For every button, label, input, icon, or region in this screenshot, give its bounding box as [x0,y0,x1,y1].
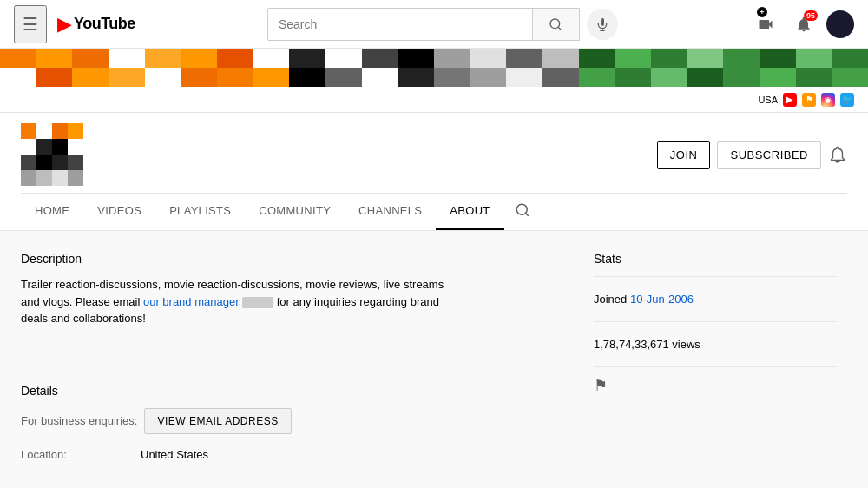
search-input[interactable] [268,9,532,40]
stats-divider-2 [594,321,837,322]
channel-tabs: HOME VIDEOS PLAYLISTS COMMUNITY CHANNELS… [21,193,847,230]
youtube-logo-icon: ▶ [57,13,72,36]
tab-about[interactable]: ABOUT [436,194,503,230]
banner-gray-section [434,49,579,87]
tab-videos[interactable]: VIDEOS [83,194,155,230]
description-text: Trailer reaction-discussions, movie reac… [21,276,455,327]
user-avatar-button[interactable] [826,10,854,38]
joined-prefix: Joined [594,293,630,306]
flag-icon[interactable]: ⚑ [594,376,837,395]
social-links-bar: USA ▶ ⚑ ◉ 🐦 [0,87,868,113]
create-icon [757,16,774,33]
about-section: Description Trailer reaction-discussions… [21,252,559,488]
details-block: Details For business enquiries: VIEW EMA… [21,384,559,482]
tab-playlists[interactable]: PLAYLISTS [155,194,245,230]
country-label: USA [758,95,778,105]
create-badge: + [757,7,767,17]
stats-divider-3 [594,366,837,367]
details-title: Details [21,384,559,398]
tab-channels[interactable]: CHANNELS [345,194,436,230]
tab-home[interactable]: HOME [21,194,83,230]
joined-stat: Joined 10-Jun-2006 [594,286,837,313]
voice-search-button[interactable] [587,9,618,40]
divider-1 [21,366,559,366]
channel-actions: JOIN SUBSCRIBED [657,141,847,169]
subscribe-button[interactable]: SUBSCRIBED [717,141,821,169]
search-icon [549,17,562,31]
notification-count: 95 [804,10,818,21]
youtube-logo[interactable]: ▶ YouTube [57,13,135,36]
svg-line-1 [559,27,562,30]
description-title: Description [21,252,559,266]
nav-right: + 95 [750,9,854,40]
mic-icon [595,17,609,31]
hamburger-menu-button[interactable]: ☰ [14,5,47,43]
business-enquiries-row: For business enquiries: VIEW EMAIL ADDRE… [21,408,559,434]
youtube-logo-text: YouTube [74,15,135,33]
stats-section: Stats Joined 10-Jun-2006 1,78,74,33,671 … [594,252,837,488]
nav-left: ☰ ▶ YouTube [14,5,135,43]
youtube-social-icon[interactable]: ▶ [783,93,797,107]
channel-avatar [21,123,83,186]
search-bar [267,8,580,41]
tab-search-button[interactable] [508,195,537,229]
avatar-mosaic [21,123,83,186]
svg-point-4 [516,204,527,214]
details-grid: For business enquiries: VIEW EMAIL ADDRE… [21,408,559,461]
create-video-button[interactable]: + [750,9,781,40]
flag-social-icon[interactable]: ⚑ [802,93,816,107]
instagram-social-icon[interactable]: ◉ [821,93,835,107]
location-value: United States [141,448,208,461]
search-icon-tabs [515,202,530,218]
channel-header: JOIN SUBSCRIBED HOME VIDEOS PLAYLISTS CO… [0,113,868,231]
location-row: Location: United States [21,448,559,461]
page-content: Description Trailer reaction-discussions… [0,231,868,488]
stats-title: Stats [594,252,837,266]
tab-community[interactable]: COMMUNITY [245,194,345,230]
brand-manager-link[interactable]: our brand manager [143,295,240,308]
channel-info: JOIN SUBSCRIBED [21,113,847,193]
notifications-button[interactable]: 95 [788,9,819,40]
business-label: For business enquiries: [21,414,137,427]
join-button[interactable]: JOIN [657,141,711,169]
views-stat: 1,78,74,33,671 views [594,331,837,358]
location-label: Location: [21,448,134,461]
search-button[interactable] [532,9,579,40]
bell-button[interactable] [828,145,847,164]
top-navigation: ☰ ▶ YouTube [0,0,868,49]
svg-point-0 [550,19,560,29]
bell-outline-icon [828,145,847,164]
banner-dark-section [289,49,434,87]
joined-date[interactable]: 10-Jun-2006 [630,293,694,306]
view-email-button[interactable]: VIEW EMAIL ADDRESS [144,408,291,434]
banner-orange-section [0,49,289,87]
channel-banner [0,49,868,87]
banner-green-section [579,49,868,87]
redacted-text [242,297,273,308]
twitter-social-icon[interactable]: 🐦 [840,93,854,107]
stats-divider-1 [594,276,837,277]
nav-center [135,8,750,41]
description-block: Description Trailer reaction-discussions… [21,252,559,348]
svg-line-5 [525,213,528,215]
